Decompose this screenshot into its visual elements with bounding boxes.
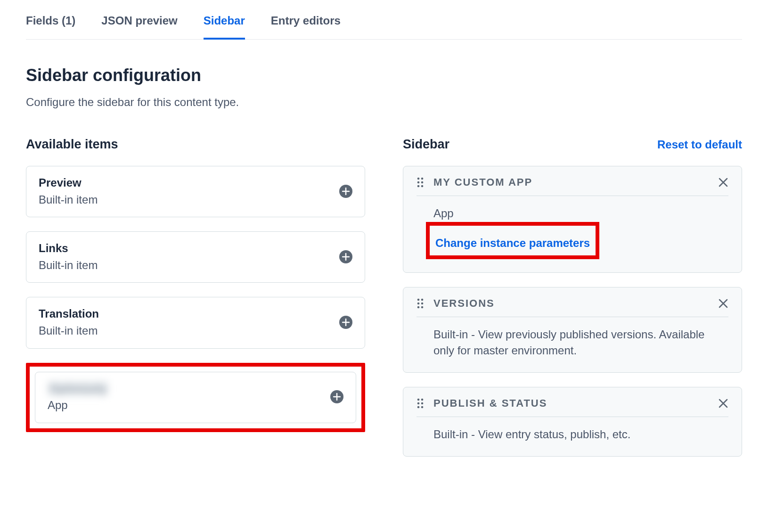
- svg-point-17: [421, 406, 424, 409]
- tabs-bar: Fields (1) JSON preview Sidebar Entry ed…: [26, 0, 742, 40]
- page-subtitle: Configure the sidebar for this content t…: [26, 96, 742, 109]
- close-icon[interactable]: [718, 298, 728, 309]
- available-item-preview: Preview Built-in item: [26, 166, 365, 217]
- sidebar-item-title: MY CUSTOM APP: [433, 176, 710, 188]
- svg-point-9: [421, 302, 424, 304]
- reset-to-default-link[interactable]: Reset to default: [657, 138, 742, 151]
- close-icon[interactable]: [718, 398, 728, 409]
- drag-handle-icon[interactable]: [417, 176, 425, 189]
- sidebar-item-publish-status: PUBLISH & STATUS Built-in - View entry s…: [403, 387, 742, 457]
- change-instance-parameters-link[interactable]: Change instance parameters: [435, 235, 590, 252]
- svg-point-8: [417, 302, 420, 304]
- available-item-subtitle: Built-in item: [39, 192, 98, 208]
- drag-handle-icon[interactable]: [417, 297, 425, 310]
- svg-point-13: [421, 399, 424, 401]
- sidebar-heading: Sidebar: [403, 137, 449, 152]
- tab-entry-editors[interactable]: Entry editors: [271, 14, 341, 39]
- svg-point-7: [421, 298, 424, 301]
- svg-point-5: [421, 185, 424, 188]
- plus-icon[interactable]: [339, 185, 352, 198]
- svg-point-2: [417, 181, 420, 184]
- svg-point-11: [421, 306, 424, 308]
- sidebar-item-body: App: [433, 205, 728, 222]
- svg-point-0: [417, 178, 420, 180]
- available-item-subtitle: Built-in item: [39, 323, 99, 339]
- svg-point-12: [417, 399, 420, 401]
- sidebar-item-title: PUBLISH & STATUS: [433, 397, 710, 409]
- available-item-title: Translation: [39, 306, 99, 322]
- svg-point-3: [421, 181, 424, 184]
- tab-json-preview[interactable]: JSON preview: [101, 14, 177, 39]
- plus-icon[interactable]: [330, 390, 343, 403]
- available-item-subtitle: Built-in item: [39, 257, 98, 273]
- plus-icon[interactable]: [339, 250, 352, 263]
- available-items-heading: Available items: [26, 137, 118, 152]
- available-item-title: Preview: [39, 175, 98, 191]
- plus-icon[interactable]: [339, 316, 352, 329]
- available-item-translation: Translation Built-in item: [26, 297, 365, 348]
- page-title: Sidebar configuration: [26, 65, 742, 85]
- sidebar-item-versions: VERSIONS Built-in - View previously publ…: [403, 287, 742, 373]
- svg-point-15: [421, 402, 424, 405]
- sidebar-item-body: Built-in - View entry status, publish, e…: [417, 417, 728, 443]
- sidebar-item-body: Built-in - View previously published ver…: [417, 317, 728, 360]
- svg-point-10: [417, 306, 420, 308]
- available-item-subtitle: App: [48, 397, 108, 413]
- svg-point-16: [417, 406, 420, 409]
- highlight-box-link: Change instance parameters: [426, 222, 599, 259]
- sidebar-item-my-custom-app: MY CUSTOM APP App Change instance parame…: [403, 166, 742, 273]
- svg-point-6: [417, 298, 420, 301]
- available-item-links: Links Built-in item: [26, 231, 365, 283]
- tab-fields[interactable]: Fields (1): [26, 14, 75, 39]
- sidebar-item-title: VERSIONS: [433, 297, 710, 310]
- drag-handle-icon[interactable]: [417, 397, 425, 410]
- available-item-title: Optimizely: [48, 381, 108, 397]
- svg-point-4: [417, 185, 420, 188]
- available-item-app: Optimizely App: [35, 372, 356, 423]
- svg-point-14: [417, 402, 420, 405]
- tab-sidebar[interactable]: Sidebar: [204, 14, 245, 40]
- highlight-box-available: Optimizely App: [26, 363, 365, 432]
- available-item-title: Links: [39, 240, 98, 256]
- svg-point-1: [421, 178, 424, 180]
- close-icon[interactable]: [718, 177, 728, 188]
